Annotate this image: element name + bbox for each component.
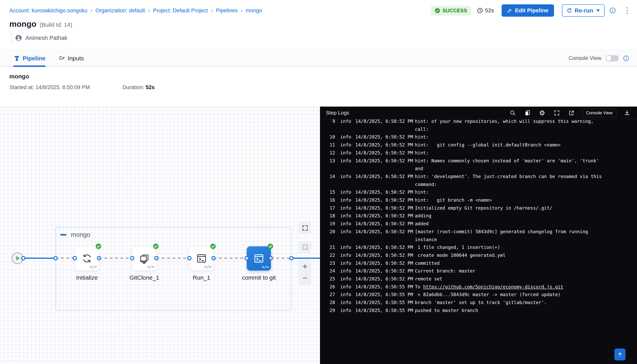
log-search-icon[interactable] [509, 109, 517, 117]
log-line: 13info14/8/2025, 6:50:52 PMhint: Names c… [320, 157, 637, 165]
stage-group-header[interactable]: mongo [60, 231, 90, 238]
log-line: command: [320, 180, 637, 188]
link-port-dot[interactable] [289, 256, 294, 260]
console-view-info-icon[interactable] [623, 55, 629, 61]
scroll-to-top-button[interactable] [614, 348, 626, 360]
log-line: 29info14/8/2025, 6:50:55 PMpushed to mas… [320, 307, 637, 314]
canvas-select-tool-button[interactable] [299, 241, 311, 254]
more-options-menu[interactable] [625, 6, 629, 15]
breadcrumb-item[interactable]: Project: Default Project [153, 8, 208, 14]
stage-label: commit to git [233, 274, 285, 281]
log-fullscreen-icon[interactable] [553, 109, 561, 117]
breadcrumb-item[interactable]: Account: kurosakiichigo.songoku [9, 8, 87, 14]
inputs-tab-icon [58, 55, 65, 62]
execution-info-icon[interactable] [610, 7, 616, 14]
code-icon: </> [262, 264, 269, 269]
log-line: 11info14/8/2025, 6:50:52 PMhint: git con… [320, 141, 637, 149]
sync-icon [82, 253, 92, 264]
console-view-toggle-group: Console View [568, 50, 629, 67]
author-row: Animesh Pathak [11, 32, 67, 44]
log-console-view-button[interactable]: Console View [582, 109, 616, 117]
breadcrumb-separator: › [90, 8, 92, 14]
step-logs-panel: Step Logs ⚙ Console View [320, 106, 637, 364]
breadcrumb-item[interactable]: Pipelines [216, 8, 238, 14]
code-icon: </> [90, 264, 97, 269]
link-port-dot[interactable] [73, 256, 77, 260]
canvas-fullscreen-button[interactable] [299, 222, 311, 234]
link-port-dot[interactable] [54, 256, 58, 260]
stage-label: Run_1 [176, 274, 227, 281]
edit-pipeline-button[interactable]: Edit Pipeline [502, 4, 554, 17]
stage-node-gitclone_1[interactable]: </> [132, 246, 156, 270]
breadcrumb-separator: › [211, 8, 213, 14]
link-port-dot[interactable] [130, 256, 134, 260]
active-tab-underline [13, 66, 46, 67]
log-open-in-new-icon[interactable] [568, 109, 576, 117]
tab-pipeline[interactable]: Pipeline [14, 50, 46, 67]
stage-success-badge [268, 243, 273, 249]
log-line: 9info14/8/2025, 6:50:52 PMhint: of your … [320, 120, 637, 126]
breadcrumb-item[interactable]: mongo [246, 8, 262, 14]
tab-inputs[interactable]: Inputs [58, 50, 84, 67]
breadcrumb-item[interactable]: Organization: default [96, 8, 145, 14]
rerun-button[interactable]: Re-run [562, 4, 605, 17]
user-avatar-icon [15, 35, 22, 41]
log-line: 24info14/8/2025, 6:50:52 PMCurrent branc… [320, 267, 637, 275]
code-icon: </> [204, 264, 212, 269]
stage-node-initialize[interactable]: </> [75, 246, 99, 270]
log-line: and [320, 165, 637, 173]
terminal-icon [196, 253, 207, 264]
zoom-out-button[interactable]: − [302, 274, 308, 282]
pipeline-link-dashed [214, 258, 247, 259]
breadcrumb: Account: kurosakiichigo.songoku›Organiza… [9, 8, 262, 14]
link-port-dot[interactable] [21, 256, 26, 260]
author-name: Animesh Pathak [26, 35, 67, 41]
log-line: 15info14/8/2025, 6:50:52 PMhint: [320, 188, 637, 196]
log-line: 26info14/8/2025, 6:50:55 PMTo https://gi… [320, 283, 637, 291]
log-line: 12info14/8/2025, 6:50:52 PMhint: [320, 149, 637, 157]
duration-indicator: 52s [477, 7, 494, 14]
pipeline-name: mongo [9, 20, 36, 29]
terminal-icon [254, 253, 264, 264]
pipeline-canvas[interactable]: mongo </>Initialize</>GitClone_1</>Run_1… [0, 106, 320, 364]
rerun-caret-icon[interactable] [596, 10, 600, 12]
clock-icon [477, 8, 483, 14]
pipeline-tab-icon [14, 55, 20, 61]
build-title: mongo (Build Id: 14) [9, 20, 72, 29]
link-port-dot[interactable] [244, 256, 249, 260]
status-badge: SUCCESS [431, 6, 471, 16]
pipeline-link-solid [292, 258, 320, 259]
tab-bar: Pipeline Inputs Console View [0, 50, 637, 67]
log-line: 20info14/8/2025, 6:50:52 PM[master (root… [320, 228, 637, 236]
log-copy-icon[interactable] [524, 109, 532, 117]
stage-success-badge [96, 243, 102, 249]
run-duration: Duration: 52s [122, 84, 155, 90]
zoom-in-button[interactable]: + [302, 262, 308, 271]
started-at: Started at: 14/8/2025, 6:50:09 PM [9, 84, 90, 90]
pipeline-link-dashed [56, 258, 75, 259]
pipeline-execution-page: Account: kurosakiichigo.songoku›Organiza… [0, 0, 637, 364]
play-icon [16, 256, 20, 260]
link-port-dot[interactable] [187, 256, 192, 260]
stage-node-commit-to-git[interactable]: </> [247, 246, 271, 270]
status-text: SUCCESS [442, 8, 467, 14]
log-line: 10info14/8/2025, 6:50:52 PMhint: [320, 133, 637, 141]
stage-node-run_1[interactable]: </> [189, 246, 214, 270]
step-logs-header: Step Logs ⚙ Console View [320, 106, 637, 119]
log-scroll-area[interactable]: 9info14/8/2025, 6:50:52 PMhint: of your … [320, 120, 637, 364]
log-line: instance [320, 236, 637, 244]
log-repo-link[interactable]: https://github.com/Sonichigo/economy-dis… [423, 284, 563, 289]
collapse-group-icon[interactable] [60, 234, 66, 236]
code-icon: </> [147, 264, 154, 269]
log-download-icon[interactable] [623, 109, 631, 117]
console-view-label: Console View [568, 55, 601, 61]
log-line: 17info14/8/2025, 6:50:52 PMInitialized e… [320, 204, 637, 212]
pencil-icon [507, 8, 512, 13]
log-line: call: [320, 126, 637, 133]
pipeline-link-dashed [271, 258, 292, 259]
log-line: 22info14/8/2025, 6:50:52 PM create mode … [320, 252, 637, 260]
step-logs-title: Step Logs [326, 110, 349, 116]
success-check-icon [435, 8, 440, 13]
console-view-toggle[interactable] [606, 55, 619, 61]
log-settings-icon[interactable]: ⚙ [538, 109, 546, 117]
